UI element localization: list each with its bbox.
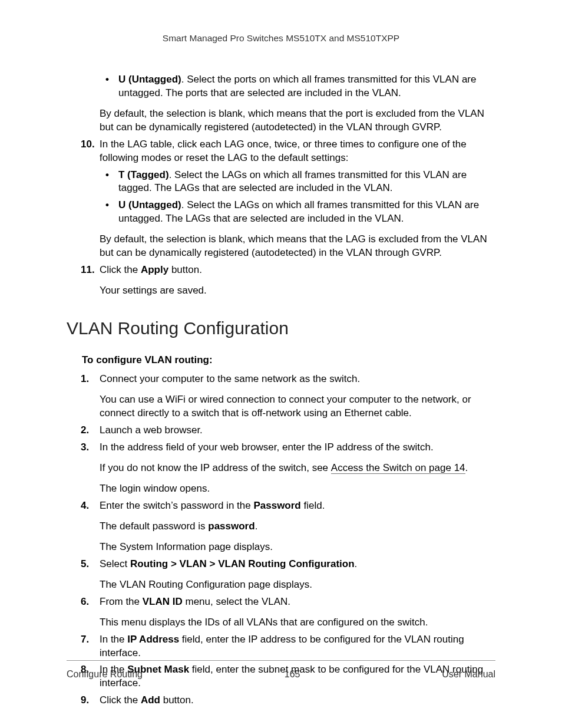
step-marker: 1. xyxy=(81,373,89,386)
body-text: Launch a web browser. xyxy=(100,424,203,436)
body-text: The System Information page displays. xyxy=(67,541,495,554)
page-number: 165 xyxy=(285,668,300,681)
label-untagged: U (Untagged) xyxy=(118,199,181,210)
step-10: 10. In the LAG table, click each LAG onc… xyxy=(67,138,495,165)
body-text: menu, select the VLAN. xyxy=(183,596,290,607)
add-button-label: Add xyxy=(141,694,160,706)
body-text: In the LAG table, click each LAG once, t… xyxy=(100,139,467,163)
menu-path: Routing > VLAN > VLAN Routing Configurat… xyxy=(130,558,355,569)
step-marker: 7. xyxy=(81,633,89,647)
body-text: If you do not know the IP address of the… xyxy=(67,462,495,475)
label-untagged: U (Untagged) xyxy=(118,74,181,85)
list-item: T (Tagged). Select the LAGs on which all… xyxy=(67,169,495,196)
step-marker: 2. xyxy=(81,424,89,437)
step-2: 2. Launch a web browser. xyxy=(67,424,495,437)
body-text: In the address field of your web browser… xyxy=(100,442,434,453)
body-text: button. xyxy=(160,694,194,706)
body-text: Connect your computer to the same networ… xyxy=(100,373,360,384)
page-content: U (Untagged). Select the ports on which … xyxy=(67,73,495,707)
body-text: In the xyxy=(100,634,127,645)
body-text: This menu displays the IDs of all VLANs … xyxy=(67,616,495,630)
access-switch-link[interactable]: Access the Switch on page 14 xyxy=(331,462,465,474)
body-text: Enter the switch’s password in the xyxy=(100,500,253,511)
step-marker: 9. xyxy=(81,694,89,707)
body-text: The default password is password. xyxy=(67,520,495,533)
step-7: 7. In the IP Address field, enter the IP… xyxy=(67,633,495,660)
default-password: password xyxy=(208,521,254,532)
footer-manual: User Manual xyxy=(442,668,495,681)
step-5: 5. Select Routing > VLAN > VLAN Routing … xyxy=(67,558,495,571)
body-text: By default, the selection is blank, whic… xyxy=(67,107,495,134)
apply-button-label: Apply xyxy=(141,264,168,275)
body-text: From the xyxy=(100,596,143,607)
vlan-id-label: VLAN ID xyxy=(143,596,183,607)
body-text: The VLAN Routing Configuration page disp… xyxy=(67,578,495,592)
password-field-label: Password xyxy=(253,500,300,511)
section-heading: VLAN Routing Configuration xyxy=(67,317,495,341)
step-marker: 6. xyxy=(81,595,89,609)
step-marker: 3. xyxy=(81,441,89,454)
list-item: U (Untagged). Select the LAGs on which a… xyxy=(67,199,495,226)
running-header: Smart Managed Pro Switches MS510TX and M… xyxy=(67,32,495,45)
body-text: . xyxy=(255,521,258,532)
step-marker: 11. xyxy=(81,263,95,277)
body-text: If you do not know the IP address of the… xyxy=(100,462,331,473)
body-text: The default password is xyxy=(100,521,208,532)
body-text: Your settings are saved. xyxy=(67,284,495,298)
footer-section: Configure Routing xyxy=(67,668,143,681)
body-text: The login window opens. xyxy=(67,482,495,496)
body-text: Click the xyxy=(100,264,141,275)
page-footer: Configure Routing 165 User Manual xyxy=(67,660,495,681)
body-text: . xyxy=(465,462,468,473)
step-marker: 4. xyxy=(81,499,89,513)
step-marker: 10. xyxy=(81,138,95,151)
body-text: field. xyxy=(301,500,325,511)
step-9: 9. Click the Add button. xyxy=(67,694,495,707)
step-6: 6. From the VLAN ID menu, select the VLA… xyxy=(67,595,495,609)
procedure-heading: To configure VLAN routing: xyxy=(67,354,495,367)
body-text: . xyxy=(355,558,358,569)
list-item: U (Untagged). Select the ports on which … xyxy=(67,73,495,100)
body-text: By default, the selection is blank, whic… xyxy=(67,233,495,260)
body-text: Click the xyxy=(100,694,141,706)
body-text: You can use a WiFi or wired connection t… xyxy=(67,393,495,420)
ip-address-label: IP Address xyxy=(127,634,179,645)
body-text: button. xyxy=(168,264,202,275)
label-tagged: T (Tagged) xyxy=(118,169,169,180)
body-text: . Select the LAGs on which all frames tr… xyxy=(118,169,467,194)
step-1: 1. Connect your computer to the same net… xyxy=(67,373,495,386)
step-marker: 5. xyxy=(81,558,89,571)
step-4: 4. Enter the switch’s password in the Pa… xyxy=(67,499,495,513)
step-3: 3. In the address field of your web brow… xyxy=(67,441,495,454)
body-text: Select xyxy=(100,558,130,569)
step-11: 11. Click the Apply button. xyxy=(67,263,495,277)
